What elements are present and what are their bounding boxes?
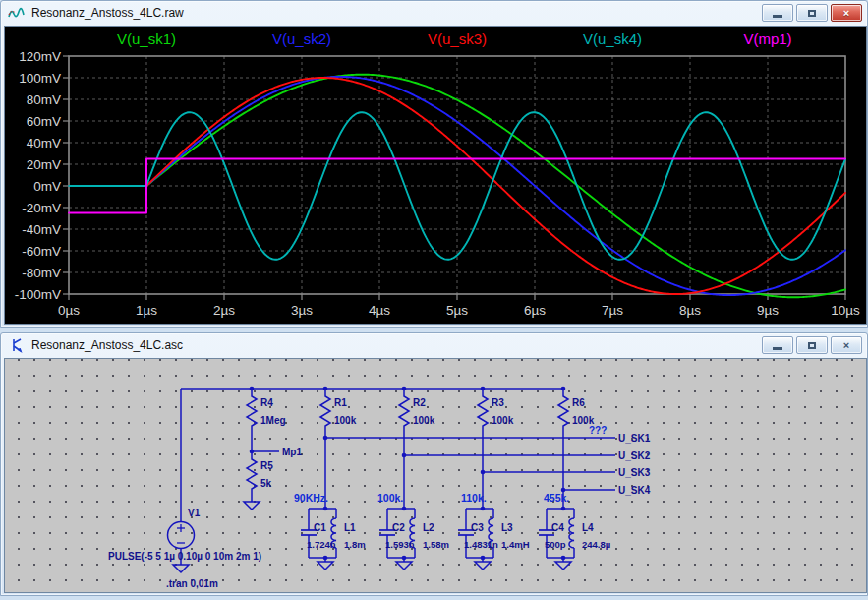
schematic-file-icon — [8, 337, 26, 353]
frequency-comment[interactable]: 110k. — [461, 492, 487, 504]
y-tick-label: 60mV — [27, 114, 61, 129]
ground-symbol[interactable] — [244, 502, 260, 510]
restore-icon — [808, 342, 816, 349]
waveform-file-icon — [8, 5, 26, 21]
resistor-symbol[interactable] — [247, 451, 257, 502]
junction-dot — [323, 436, 328, 441]
x-tick-label: 5µs — [446, 303, 468, 318]
waveform-window[interactable]: Resonanz_Anstoss_4LC.raw × 120mV100mV80m… — [0, 0, 868, 328]
resistor-symbol[interactable] — [247, 389, 257, 451]
component-name: R6 — [572, 397, 585, 408]
junction-dot — [323, 556, 328, 561]
waveform-plot-area[interactable]: 120mV100mV80mV60mV40mV20mV0mV-20mV-40mV-… — [4, 26, 867, 325]
frequency-comment[interactable]: 90KHz. — [294, 492, 328, 504]
x-tick-label: 0µs — [58, 303, 80, 318]
ground-symbol[interactable] — [475, 562, 491, 570]
waveform-window-titlebar[interactable]: Resonanz_Anstoss_4LC.raw × — [1, 1, 867, 25]
schematic-window-title: Resonanz_Anstoss_4LC.asc — [31, 338, 762, 352]
restore-button[interactable] — [796, 4, 828, 22]
legend-label-Vu_sk1[interactable]: V(u_sk1) — [117, 30, 176, 47]
schematic-window-titlebar[interactable]: Resonanz_Anstoss_4LC.asc × — [1, 333, 867, 357]
y-tick-label: 80mV — [27, 92, 61, 107]
x-tick-label: 6µs — [524, 303, 546, 318]
component-name: L2 — [423, 522, 434, 533]
junction-dot — [402, 507, 407, 511]
legend-label-Vmp1[interactable]: V(mp1) — [743, 30, 791, 47]
legend-label-Vu_sk4[interactable]: V(u_sk4) — [583, 30, 642, 47]
component-value: 1.593n — [385, 539, 415, 550]
component-name: R1 — [334, 397, 347, 408]
component-value: 1.8m — [344, 539, 366, 550]
component-name: L1 — [344, 522, 356, 533]
ground-symbol[interactable] — [173, 565, 189, 572]
schematic-canvas[interactable]: V1PULSE(-5 5 1µ 0.10µ 0 10m 2m 1).tran 0… — [4, 358, 867, 593]
waveform-plot[interactable]: 120mV100mV80mV60mV40mV20mV0mV-20mV-40mV-… — [5, 27, 866, 324]
resistor-R3[interactable]: R3100k — [478, 389, 514, 472]
y-tick-label: 100mV — [19, 71, 61, 86]
junction-dot — [481, 556, 486, 561]
resistor-R5[interactable]: R55k — [247, 451, 273, 502]
net-label-u_sk4[interactable]: U_SK4 — [618, 485, 651, 496]
y-tick-label: -60mV — [22, 244, 61, 259]
ground-symbol[interactable] — [555, 562, 571, 570]
schematic-window[interactable]: Resonanz_Anstoss_4LC.asc × V1PULSE(-5 5 … — [0, 332, 868, 596]
minimize-button[interactable] — [762, 336, 793, 354]
source-pulse-value: PULSE(-5 5 1µ 0.10µ 0 10m 2m 1) — [108, 551, 261, 562]
component-name: R4 — [260, 397, 273, 408]
restore-button[interactable] — [796, 336, 828, 354]
y-tick-label: -40mV — [22, 222, 61, 237]
minimize-icon — [773, 15, 782, 18]
ground-symbol[interactable] — [396, 562, 412, 570]
component-value: 100k — [334, 415, 357, 426]
junction-dot — [250, 387, 255, 391]
inductor-symbol[interactable] — [569, 518, 574, 548]
lc-tank-1[interactable] — [301, 509, 336, 562]
junction-dot — [402, 453, 407, 458]
legend-label-Vu_sk2[interactable]: V(u_sk2) — [272, 30, 331, 47]
resistor-R4[interactable]: R41Meg — [247, 389, 286, 451]
resistor-R2[interactable]: R2100k — [399, 389, 435, 455]
close-button[interactable]: × — [831, 336, 862, 354]
minimize-button[interactable] — [762, 4, 793, 22]
component-value: 244.8µ — [582, 539, 610, 550]
x-tick-label: 3µs — [291, 303, 313, 318]
legend-label-Vu_sk3[interactable]: V(u_sk3) — [428, 30, 487, 47]
component-name: C4 — [551, 522, 564, 533]
junction-dot — [323, 507, 328, 511]
y-tick-label: 20mV — [27, 157, 61, 172]
resistor-symbol[interactable] — [320, 389, 330, 438]
resistor-R1[interactable]: R1100k — [320, 389, 357, 438]
lc-tank-3[interactable] — [458, 509, 493, 562]
schematic-drawing[interactable]: V1PULSE(-5 5 1µ 0.10µ 0 10m 2m 1).tran 0… — [5, 359, 866, 592]
junction-dot — [481, 507, 486, 511]
component-name: L3 — [501, 522, 513, 533]
y-tick-label: -20mV — [22, 201, 61, 215]
component-value: 500p — [545, 539, 566, 550]
lc-tank-4[interactable] — [539, 509, 574, 562]
close-button[interactable]: × — [831, 4, 862, 22]
y-tick-label: 40mV — [27, 136, 61, 150]
component-value: 100k — [492, 415, 514, 426]
resistor-symbol[interactable] — [399, 389, 409, 455]
net-label-u_sk2[interactable]: U_SK2 — [618, 450, 651, 461]
net-label-mp1[interactable]: Mp1 — [282, 447, 302, 457]
junction-dot — [561, 507, 566, 511]
net-label-unresolved[interactable]: ??? — [589, 425, 607, 436]
junction-dot — [402, 387, 407, 391]
component-value: 100k — [413, 415, 435, 426]
component-name: R2 — [413, 397, 426, 408]
frequency-comment[interactable]: 100k. — [377, 492, 403, 504]
resistor-symbol[interactable] — [478, 389, 488, 472]
lc-tank-2[interactable] — [379, 509, 415, 562]
resistor-symbol[interactable] — [558, 389, 568, 490]
ltspice-workspace: { "windows": { "plot": { "title": "Reson… — [0, 0, 868, 600]
close-icon: × — [843, 340, 849, 351]
component-value: 1.724n — [307, 539, 336, 550]
frequency-comment[interactable]: 455k. — [544, 492, 569, 504]
resistor-R6[interactable]: R6100k — [558, 389, 595, 490]
net-label-u_sk1[interactable]: U_SK1 — [618, 433, 651, 444]
net-label-u_sk3[interactable]: U_SK3 — [618, 467, 651, 478]
spice-directive[interactable]: .tran 0,01m — [166, 578, 218, 589]
voltage-source-V1[interactable]: V1 — [168, 508, 201, 549]
ground-symbol[interactable] — [318, 562, 333, 570]
